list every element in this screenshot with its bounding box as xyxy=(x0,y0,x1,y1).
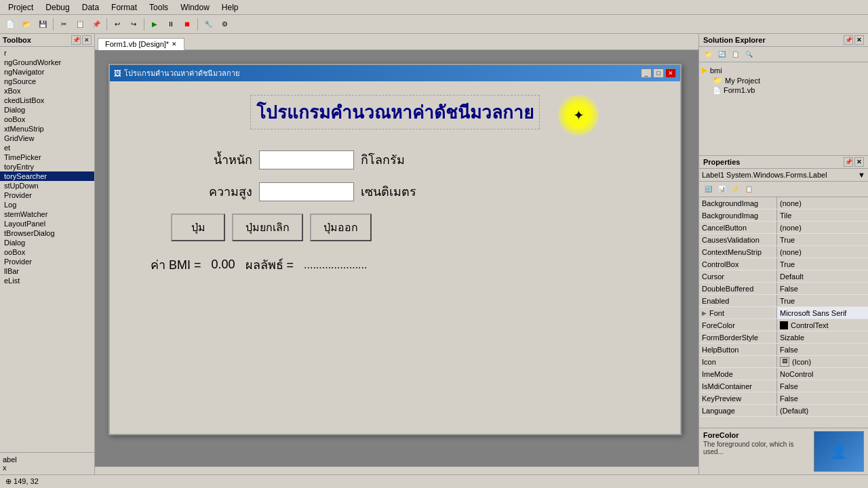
toolbox-item-layoutpanel[interactable]: LayoutPanel xyxy=(0,219,94,228)
prop-row-backgroundimage[interactable]: BackgroundImag (none) xyxy=(699,197,868,209)
toolbar-new-btn[interactable]: 📄 xyxy=(3,17,18,32)
toolbox-item-oobox2[interactable]: ooBox xyxy=(0,247,94,257)
toolbox-item-r[interactable]: r xyxy=(0,48,94,58)
prop-row-keypreview[interactable]: KeyPreview False xyxy=(699,392,868,405)
toolbox-panel-icons: 📌 ✕ xyxy=(71,35,92,45)
toolbar-redo-btn[interactable]: ↪ xyxy=(126,17,141,32)
designer-scrollbar-h[interactable] xyxy=(95,466,698,474)
se-toolbar-btn4[interactable]: 🔍 xyxy=(743,48,755,60)
props-object-selector[interactable]: Label1 System.Windows.Forms.Label ▼ xyxy=(699,169,868,182)
menu-help[interactable]: Help xyxy=(216,1,244,14)
toolbox-item-xbox[interactable]: xBox xyxy=(0,86,94,96)
font-expand-icon[interactable]: ▶ xyxy=(702,310,707,317)
props-pages-btn[interactable]: 📋 xyxy=(743,183,755,195)
menu-tools[interactable]: Tools xyxy=(144,1,174,14)
toolbox-item-menustrip[interactable]: xtMenuStrip xyxy=(0,124,94,134)
toolbox-item-toryentry[interactable]: toryEntry xyxy=(0,162,94,171)
menu-project[interactable]: Project xyxy=(3,1,39,14)
props-pin-btn[interactable]: 📌 xyxy=(844,157,853,167)
props-sort-alpha-btn[interactable]: 🔡 xyxy=(702,183,714,195)
toolbox-item-gridview[interactable]: GridView xyxy=(0,134,94,143)
form-main-title-label[interactable]: โปรแกรมคำนวณหาค่าดัชนีมวลกาย xyxy=(250,95,540,129)
toolbox-item-source[interactable]: ngSource xyxy=(0,77,94,86)
props-sort-cat-btn[interactable]: 📊 xyxy=(715,183,728,195)
prop-value-font: Microsoft Sans Serif xyxy=(777,307,868,319)
prop-row-causesvalidation[interactable]: CausesValidation True xyxy=(699,234,868,246)
toolbox-item-elist[interactable]: eList xyxy=(0,276,94,285)
menu-data[interactable]: Data xyxy=(77,1,104,14)
menu-window[interactable]: Window xyxy=(175,1,215,14)
toolbox-close-btn[interactable]: ✕ xyxy=(82,35,92,45)
toolbar-extra1-btn[interactable]: 🔧 xyxy=(201,17,216,32)
se-close-btn[interactable]: ✕ xyxy=(854,35,864,45)
form-minimize-btn[interactable]: _ xyxy=(641,68,652,78)
menu-debug[interactable]: Debug xyxy=(40,1,75,14)
prop-row-cursor[interactable]: Cursor Default xyxy=(699,270,868,283)
se-node-bmi[interactable]: ▶ bmi xyxy=(702,65,865,75)
props-close-btn[interactable]: ✕ xyxy=(854,157,864,167)
toolbox-item-provider[interactable]: Provider xyxy=(0,190,94,200)
prop-row-icon[interactable]: Icon 🖼 (Icon) xyxy=(699,356,868,368)
toolbar-extra2-btn[interactable]: ⚙ xyxy=(217,17,232,32)
toolbar-copy-btn[interactable]: 📋 xyxy=(73,17,87,32)
se-toolbar-btn1[interactable]: 📁 xyxy=(702,48,714,60)
height-input[interactable] xyxy=(259,182,354,201)
toolbar-cut-btn[interactable]: ✂ xyxy=(56,17,71,32)
form-maximize-btn[interactable]: □ xyxy=(653,68,664,78)
toolbox-item-llbar[interactable]: llBar xyxy=(0,266,94,276)
toolbar-paste-btn[interactable]: 📌 xyxy=(89,17,104,32)
ok-button[interactable]: ปุ่มออก xyxy=(310,214,372,241)
form-close-btn[interactable]: ✕ xyxy=(665,68,676,78)
tab-form1-design[interactable]: Form1.vb [Design]* ✕ xyxy=(98,38,184,50)
props-events-btn[interactable]: ⚡ xyxy=(729,183,741,195)
toolbox-item-navigator[interactable]: ngNavigator xyxy=(0,67,94,77)
se-pin-btn[interactable]: 📌 xyxy=(844,35,853,45)
prop-row-font[interactable]: ▶Font Microsoft Sans Serif xyxy=(699,307,868,319)
prop-value-controlbox: True xyxy=(777,258,868,270)
toolbar-run-btn[interactable]: ▶ xyxy=(147,17,162,32)
toolbar-stop-btn[interactable]: ⏹ xyxy=(180,17,195,32)
toolbox-item-et[interactable]: et xyxy=(0,143,94,152)
se-node-myproject[interactable]: 📁 My Project xyxy=(702,75,865,85)
toolbar-save-btn[interactable]: 💾 xyxy=(35,17,50,32)
designer-area[interactable]: 🖼 โปรแกรมคำนวณหาค่าดัชนีมวลกาย _ □ ✕ xyxy=(95,50,698,466)
calculate-button[interactable]: ปุ่ม xyxy=(171,214,225,241)
toolbox-pin-btn[interactable]: 📌 xyxy=(71,35,81,45)
toolbox-item-dialog[interactable]: Dialog xyxy=(0,105,94,115)
toolbar-open-btn[interactable]: 📂 xyxy=(19,17,34,32)
toolbox-item-oobox[interactable]: ooBox xyxy=(0,115,94,124)
toolbox-item-backgroundworker[interactable]: ngGroundWorker xyxy=(0,58,94,67)
prop-row-doublebuffered[interactable]: DoubleBuffered False xyxy=(699,283,868,295)
weight-input[interactable] xyxy=(259,150,354,169)
toolbox-item-provider2[interactable]: Provider xyxy=(0,257,94,266)
toolbox-item-updown[interactable]: stUpDown xyxy=(0,181,94,190)
se-toolbar-btn2[interactable]: 🔄 xyxy=(715,48,728,60)
cancel-button[interactable]: ปุ่มยกเลิก xyxy=(232,214,303,241)
prop-row-imemode[interactable]: ImeMode NoControl xyxy=(699,368,868,380)
right-panel: Solution Explorer 📌 ✕ 📁 🔄 📋 🔍 ▶ bmi xyxy=(698,34,868,474)
toolbox-item-dialog2[interactable]: Dialog xyxy=(0,238,94,247)
prop-row-ismdicontainer[interactable]: IsMdiContainer False xyxy=(699,380,868,392)
tab-close-btn[interactable]: ✕ xyxy=(172,41,177,47)
toolbar-pause-btn[interactable]: ⏸ xyxy=(163,17,178,32)
prop-row-forecolor[interactable]: ForeColor ControlText xyxy=(699,319,868,331)
prop-row-helpbutton[interactable]: HelpButton False xyxy=(699,344,868,356)
prop-row-language[interactable]: Language (Default) xyxy=(699,405,868,417)
toolbox-item-log[interactable]: Log xyxy=(0,200,94,209)
prop-row-cancelbutton[interactable]: CancelButton (none) xyxy=(699,222,868,234)
prop-row-formborderstyle[interactable]: FormBorderStyle Sizable xyxy=(699,331,868,344)
se-toolbar-btn3[interactable]: 📋 xyxy=(729,48,741,60)
toolbox-item-torysearcher[interactable]: torySearcher xyxy=(0,171,94,181)
prop-row-enabled[interactable]: Enabled True xyxy=(699,295,868,307)
toolbox-item-timepicker[interactable]: TimePicker xyxy=(0,152,94,162)
toolbox-item-browserdialog[interactable]: tBrowserDialog xyxy=(0,228,94,238)
menu-format[interactable]: Format xyxy=(106,1,142,14)
prop-row-contextmenu[interactable]: ContextMenuStrip (none) xyxy=(699,246,868,258)
prop-row-backgroundlayout[interactable]: BackgroundImag Tile xyxy=(699,209,868,222)
toolbox-item-checkedlistbox[interactable]: ckedListBox xyxy=(0,96,94,105)
toolbox-item-systemwatcher[interactable]: stemWatcher xyxy=(0,209,94,219)
prop-row-controlbox[interactable]: ControlBox True xyxy=(699,258,868,270)
props-dropdown-icon[interactable]: ▼ xyxy=(858,171,865,179)
toolbar-undo-btn[interactable]: ↩ xyxy=(110,17,125,32)
se-node-form1[interactable]: 📄 Form1.vb xyxy=(702,85,865,95)
